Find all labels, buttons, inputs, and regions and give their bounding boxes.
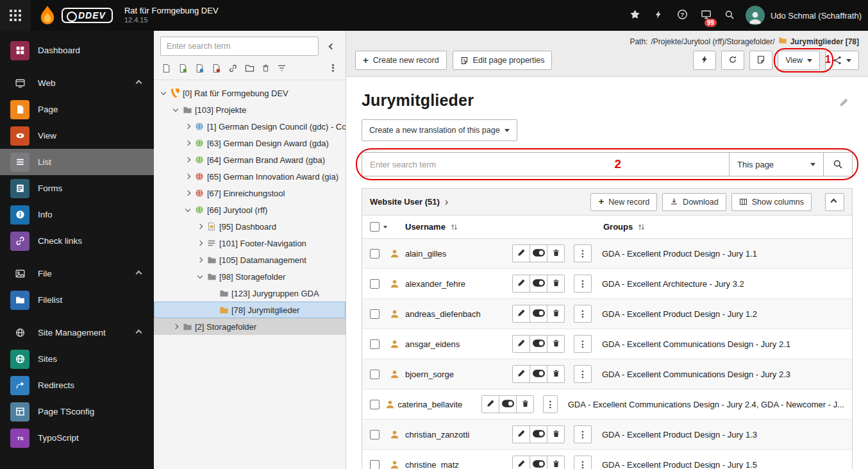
link-icon[interactable] [228, 64, 238, 73]
tree-node[interactable]: [67] Einreichungstool [154, 185, 346, 201]
edit-record-button[interactable] [512, 425, 530, 443]
hide-record-toggle[interactable] [530, 365, 547, 383]
hide-record-toggle[interactable] [530, 244, 547, 262]
edit-title-pencil-icon[interactable] [839, 98, 849, 109]
modulemenu-toggle-button[interactable] [0, 0, 31, 31]
tree-node[interactable]: [78] Jurymitglieder [154, 302, 346, 318]
select-all-checkbox[interactable] [370, 222, 380, 232]
tree-more-options-button[interactable]: ⋮ [328, 62, 338, 74]
delete-record-button[interactable] [547, 456, 565, 469]
username-cell[interactable]: alexander_fehre [405, 279, 512, 289]
row-more-options-button[interactable]: ⋮ [574, 305, 592, 323]
new-page-icon[interactable] [162, 64, 171, 73]
tree-node[interactable]: [105] Datamanagement [154, 252, 346, 268]
tree-node[interactable]: [65] German Innovation Award (gia) [154, 168, 346, 185]
share-button[interactable] [825, 51, 859, 70]
row-more-options-button[interactable]: ⋮ [574, 425, 592, 443]
selection-dropdown-icon[interactable] [383, 226, 387, 228]
module-list[interactable]: List [0, 149, 154, 175]
collapse-tree-button[interactable] [324, 38, 339, 54]
tree-toggle-icon[interactable] [183, 189, 193, 198]
hide-record-toggle[interactable] [530, 456, 547, 469]
tree-toggle-icon[interactable] [183, 139, 193, 148]
tree-node[interactable]: [66] Jurytool (rff) [154, 201, 346, 218]
collapse-panel-button[interactable] [825, 193, 844, 211]
edit-record-button[interactable] [512, 244, 530, 262]
tree-toggle-icon[interactable] [196, 255, 205, 265]
hide-record-toggle[interactable] [530, 425, 547, 443]
username-cell[interactable]: caterina_bellavite [397, 400, 481, 409]
tree-node[interactable]: [95] Dashboard [154, 218, 346, 235]
tree-toggle-icon[interactable] [183, 172, 193, 182]
module-filelist[interactable]: Filelist [0, 287, 154, 313]
hide-record-toggle[interactable] [530, 275, 547, 293]
username-cell[interactable]: christian_zanzotti [405, 430, 512, 439]
new-record-button[interactable]: + New record [590, 193, 657, 211]
show-columns-button[interactable]: Show columns [731, 193, 812, 211]
hide-record-toggle[interactable] [530, 335, 547, 353]
tree-node[interactable]: [0] Rat für Formgebung DEV [154, 85, 346, 101]
delete-record-button[interactable] [547, 335, 565, 353]
edit-record-button[interactable] [481, 395, 499, 413]
row-checkbox[interactable] [370, 400, 380, 409]
search-submit-button[interactable] [823, 152, 853, 176]
tree-node[interactable]: [2] Storagefolder [154, 318, 346, 335]
row-more-options-button[interactable]: ⋮ [574, 244, 592, 262]
tree-toggle-icon[interactable] [196, 272, 205, 282]
edit-record-button[interactable] [512, 365, 530, 383]
row-more-options-button[interactable]: ⋮ [574, 365, 592, 383]
module-page[interactable]: Page [0, 96, 154, 123]
search-button[interactable] [718, 0, 742, 31]
tree-node[interactable]: [64] German Brand Award (gba) [154, 151, 346, 168]
module-dashboard[interactable]: Dashboard [0, 37, 154, 64]
delete-record-button[interactable] [516, 395, 534, 413]
row-checkbox[interactable] [370, 370, 380, 379]
row-more-options-button[interactable]: ⋮ [574, 335, 592, 353]
module-redirects[interactable]: Redirects [0, 372, 154, 398]
username-cell[interactable]: alain_gilles [405, 249, 512, 259]
tree-toggle-icon[interactable] [183, 122, 193, 132]
row-checkbox[interactable] [370, 460, 380, 469]
delete-record-button[interactable] [547, 365, 565, 383]
tree-toggle-icon[interactable] [171, 322, 181, 332]
tree-node[interactable]: [103] Projekte [154, 101, 346, 118]
delete-record-button[interactable] [547, 305, 565, 323]
tree-toggle-icon[interactable] [183, 205, 193, 215]
edit-record-button[interactable] [512, 456, 530, 469]
help-button[interactable]: ? [671, 0, 694, 31]
row-more-options-button[interactable]: ⋮ [574, 456, 592, 469]
tree-node[interactable]: [101] Footer-Navigation [154, 235, 346, 252]
module-group-web[interactable]: Web [0, 70, 154, 96]
row-checkbox[interactable] [370, 430, 380, 439]
tree-node[interactable]: [123] Jurygruppen GDA [154, 285, 346, 302]
tree-search-input[interactable] [160, 37, 319, 56]
module-info[interactable]: Info [0, 201, 154, 228]
tree-node[interactable]: [63] German Design Award (gda) [154, 135, 346, 151]
chevron-right-icon[interactable]: › [445, 197, 448, 207]
row-more-options-button[interactable]: ⋮ [543, 395, 557, 413]
edit-page-properties-button[interactable]: Edit page properties [453, 51, 553, 70]
tree-toggle-icon[interactable] [196, 222, 205, 232]
username-cell[interactable]: christine_matz [405, 460, 512, 469]
username-cell[interactable]: andreas_diefenbach [405, 309, 512, 319]
module-group-site-management[interactable]: Site Management [0, 320, 154, 346]
tree-node[interactable]: [1] German Design Council (gdc) - Corpor [154, 118, 346, 135]
filter-icon[interactable] [277, 64, 287, 73]
folder-icon[interactable] [245, 64, 255, 73]
delete-record-button[interactable] [547, 425, 565, 443]
module-check-links[interactable]: Check links [0, 228, 154, 254]
delete-record-button[interactable] [547, 244, 565, 262]
edit-record-button[interactable] [512, 335, 530, 353]
create-translation-dropdown[interactable]: Create a new translation of this page [362, 119, 517, 141]
module-forms[interactable]: Forms [0, 175, 154, 201]
view-button[interactable]: View [778, 51, 820, 70]
new-page-link-icon[interactable] [195, 64, 204, 73]
edit-record-button[interactable] [512, 305, 530, 323]
module-sites[interactable]: Sites [0, 346, 154, 372]
user-menu[interactable]: Udo Schmal (Schaffrath) [746, 6, 862, 25]
record-search-input[interactable] [362, 152, 730, 176]
new-page-shortcut-icon[interactable] [178, 64, 188, 73]
module-page-tsconfig[interactable]: Page TSconfig [0, 398, 154, 425]
row-checkbox[interactable] [370, 249, 380, 259]
download-button[interactable]: Download [662, 193, 726, 211]
